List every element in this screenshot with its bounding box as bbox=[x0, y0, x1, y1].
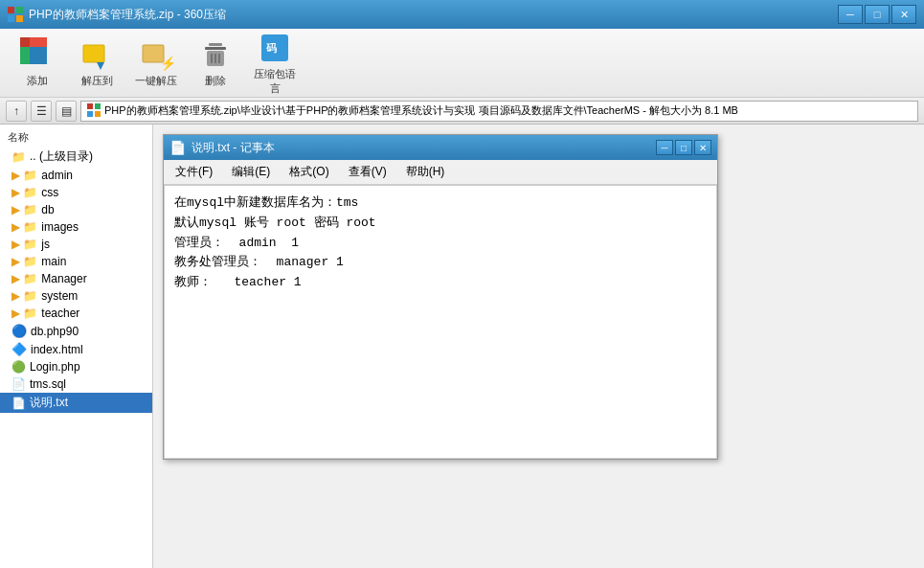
nav-path-bar: PHP的教师档案管理系统.zip\毕业设计\基于PHP的教师档案管理系统设计与实… bbox=[80, 101, 918, 122]
folder-main-icon: ▶ 📁 bbox=[11, 255, 37, 268]
notepad-menu-help[interactable]: 帮助(H) bbox=[398, 162, 453, 182]
tree-item-db[interactable]: ▶ 📁 db bbox=[0, 201, 152, 218]
notepad-menu-file[interactable]: 文件(F) bbox=[168, 162, 220, 182]
notepad-menu-view[interactable]: 查看(V) bbox=[341, 162, 394, 182]
title-bar-text: PHP的教师档案管理系统.zip - 360压缩 bbox=[29, 7, 838, 23]
file-tms-sql-icon: 📄 bbox=[11, 377, 26, 391]
svg-rect-8 bbox=[209, 43, 222, 46]
tree-item-images[interactable]: ▶ 📁 images bbox=[0, 218, 152, 236]
extract-icon bbox=[79, 37, 114, 72]
tree-item-teacher[interactable]: ▶ 📁 teacher bbox=[0, 305, 152, 322]
folder-manager-icon: ▶ 📁 bbox=[11, 272, 37, 285]
svg-rect-3 bbox=[16, 15, 23, 22]
file-login-php-label: Login.php bbox=[30, 360, 80, 374]
tree-item-css[interactable]: ▶ 📁 css bbox=[0, 184, 152, 201]
folder-system-icon: ▶ 📁 bbox=[11, 289, 37, 303]
file-index-html-icon: 🔷 bbox=[11, 342, 27, 356]
notepad-minimize-button[interactable]: ─ bbox=[656, 140, 673, 155]
file-db-php90-icon: 🔵 bbox=[11, 324, 27, 338]
extract-label: 解压到 bbox=[81, 74, 113, 88]
close-button[interactable]: ✕ bbox=[891, 5, 916, 24]
tree-item-admin[interactable]: ▶ 📁 admin bbox=[0, 167, 152, 184]
folder-admin-label: admin bbox=[41, 169, 73, 182]
file-shuoming-txt-label: 说明.txt bbox=[30, 395, 68, 411]
folder-css-label: css bbox=[41, 186, 58, 199]
tree-item-login-php[interactable]: 🟢 Login.php bbox=[0, 358, 152, 375]
toolbar-add-button[interactable]: 添加 bbox=[10, 34, 65, 93]
nav-up-button[interactable]: ↑ bbox=[6, 101, 27, 122]
file-login-php-icon: 🟢 bbox=[11, 360, 26, 374]
notepad-title-text: 说明.txt - 记事本 bbox=[192, 140, 650, 156]
notepad-window: 📄 说明.txt - 记事本 ─ □ ✕ 文件(F) 编辑(E) 格式(O) 查… bbox=[163, 134, 718, 460]
toolbar-extract-button[interactable]: 解压到 bbox=[69, 34, 124, 93]
file-index-html-label: index.html bbox=[31, 343, 83, 356]
tree-item-manager[interactable]: ▶ 📁 Manager bbox=[0, 270, 152, 287]
folder-db-icon: ▶ 📁 bbox=[11, 203, 37, 216]
folder-js-label: js bbox=[41, 238, 50, 251]
toolbar-compress-button[interactable]: 码 压缩包语言 bbox=[247, 34, 303, 93]
folder-css-icon: ▶ 📁 bbox=[11, 186, 37, 199]
tree-item-shuoming-txt[interactable]: 📄 说明.txt bbox=[0, 393, 152, 413]
nav-path-icon bbox=[87, 103, 101, 119]
folder-system-label: system bbox=[41, 289, 78, 303]
svg-rect-18 bbox=[87, 111, 93, 117]
toolbar-delete-button[interactable]: 删除 bbox=[188, 34, 243, 93]
file-tms-sql-label: tms.sql bbox=[30, 377, 66, 391]
notepad-menu-format[interactable]: 格式(O) bbox=[282, 162, 336, 182]
svg-rect-1 bbox=[16, 7, 23, 13]
file-shuoming-txt-icon: 📄 bbox=[11, 397, 26, 410]
notepad-menu: 文件(F) 编辑(E) 格式(O) 查看(V) 帮助(H) bbox=[164, 160, 717, 185]
svg-text:码: 码 bbox=[265, 42, 277, 54]
notepad-menu-edit[interactable]: 编辑(E) bbox=[224, 162, 278, 182]
folder-manager-label: Manager bbox=[41, 272, 86, 285]
folder-teacher-icon: ▶ 📁 bbox=[11, 307, 37, 320]
maximize-button[interactable]: □ bbox=[865, 5, 890, 24]
tree-item-db-php90[interactable]: 🔵 db.php90 bbox=[0, 322, 152, 340]
compress-label: 压缩包语言 bbox=[252, 67, 298, 96]
delete-icon bbox=[198, 37, 233, 72]
window-controls: ─ □ ✕ bbox=[838, 5, 916, 24]
svg-rect-9 bbox=[205, 47, 226, 50]
tree-item-parent[interactable]: 📁 .. (上级目录) bbox=[0, 147, 152, 167]
app-icon bbox=[8, 7, 23, 22]
oneclick-label: 一键解压 bbox=[135, 74, 177, 88]
file-tree-header: 名称 bbox=[0, 128, 152, 147]
folder-images-label: images bbox=[41, 220, 79, 234]
tree-item-js[interactable]: ▶ 📁 js bbox=[0, 236, 152, 253]
minimize-button[interactable]: ─ bbox=[838, 5, 863, 24]
file-tree: 名称 📁 .. (上级目录) ▶ 📁 admin ▶ 📁 css ▶ 📁 db … bbox=[0, 125, 153, 568]
tree-item-index-html[interactable]: 🔷 index.html bbox=[0, 340, 152, 358]
svg-rect-2 bbox=[8, 15, 14, 22]
parent-dir-label: .. (上级目录) bbox=[30, 148, 93, 165]
delete-label: 删除 bbox=[205, 74, 226, 88]
notepad-title-bar: 📄 说明.txt - 记事本 ─ □ ✕ bbox=[164, 135, 717, 160]
tree-item-system[interactable]: ▶ 📁 system bbox=[0, 287, 152, 305]
parent-dir-icon: 📁 bbox=[11, 150, 26, 164]
toolbar: 添加 解压到 ⚡ 一键解压 bbox=[0, 29, 924, 98]
notepad-window-controls: ─ □ ✕ bbox=[656, 140, 711, 155]
folder-db-label: db bbox=[41, 203, 54, 216]
main-area: 名称 📁 .. (上级目录) ▶ 📁 admin ▶ 📁 css ▶ 📁 db … bbox=[0, 125, 924, 568]
notepad-content-area[interactable]: 在mysql中新建数据库名为：tms 默认mysql 账号 root 密码 ro… bbox=[164, 185, 717, 459]
tree-item-tms-sql[interactable]: 📄 tms.sql bbox=[0, 375, 152, 393]
svg-text:⚡: ⚡ bbox=[160, 56, 173, 72]
svg-rect-0 bbox=[8, 7, 14, 13]
notepad-maximize-button[interactable]: □ bbox=[675, 140, 692, 155]
folder-js-icon: ▶ 📁 bbox=[11, 238, 37, 251]
folder-teacher-label: teacher bbox=[41, 307, 79, 320]
tree-item-main[interactable]: ▶ 📁 main bbox=[0, 253, 152, 270]
add-label: 添加 bbox=[27, 74, 48, 88]
nav-detail-view-button[interactable]: ▤ bbox=[56, 101, 77, 122]
notepad-title-icon: 📄 bbox=[169, 140, 186, 155]
svg-rect-17 bbox=[95, 103, 101, 109]
nav-list-view-button[interactable]: ☰ bbox=[31, 101, 52, 122]
nav-path-text: PHP的教师档案管理系统.zip\毕业设计\基于PHP的教师档案管理系统设计与实… bbox=[104, 103, 738, 118]
svg-rect-16 bbox=[87, 103, 93, 109]
oneclick-icon: ⚡ bbox=[139, 37, 173, 72]
toolbar-oneclick-button[interactable]: ⚡ 一键解压 bbox=[128, 34, 184, 93]
folder-main-label: main bbox=[41, 255, 66, 268]
svg-marker-5 bbox=[97, 62, 104, 70]
svg-rect-19 bbox=[95, 111, 101, 117]
title-bar: PHP的教师档案管理系统.zip - 360压缩 ─ □ ✕ bbox=[0, 0, 924, 29]
notepad-close-button[interactable]: ✕ bbox=[694, 140, 711, 155]
